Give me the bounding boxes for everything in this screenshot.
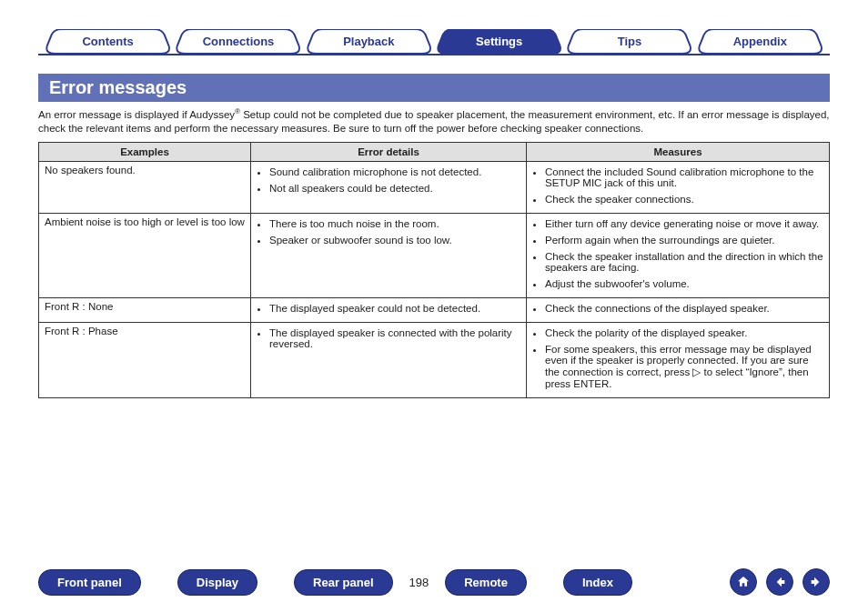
cell-measures: Check the connections of the displayed s… (527, 297, 830, 322)
tab-label: Appendix (697, 29, 823, 54)
list-item: The displayed speaker is connected with … (269, 327, 520, 349)
cell-details: Sound calibration microphone is not dete… (251, 161, 527, 213)
tab-playback[interactable]: Playback (306, 29, 432, 54)
list-item: Check the speaker connections. (545, 194, 823, 205)
th-examples: Examples (39, 142, 251, 161)
cell-example: Front R : Phase (39, 322, 251, 397)
table-row: Front R : NoneThe displayed speaker coul… (39, 297, 830, 322)
list-item: Perform again when the surroundings are … (545, 235, 823, 246)
list-item: The displayed speaker could not be detec… (269, 303, 520, 314)
next-page-icon[interactable] (802, 568, 830, 596)
tab-tips[interactable]: Tips (566, 29, 692, 54)
th-measures: Measures (527, 142, 830, 161)
cell-example: No speakers found. (39, 161, 251, 213)
tab-label: Tips (566, 29, 692, 54)
rear-panel-button[interactable]: Rear panel (294, 569, 392, 596)
top-tabs: ContentsConnectionsPlaybackSettingsTipsA… (38, 23, 830, 55)
cell-measures: Check the polarity of the displayed spea… (527, 322, 830, 397)
tab-label: Settings (436, 29, 562, 54)
tab-label: Contents (45, 29, 171, 54)
th-details: Error details (251, 142, 527, 161)
index-button[interactable]: Index (563, 569, 632, 596)
page-number: 198 (409, 576, 429, 589)
tab-settings[interactable]: Settings (436, 29, 562, 54)
cell-example: Ambient noise is too high or level is to… (39, 213, 251, 297)
tab-label: Playback (306, 29, 432, 54)
list-item: Connect the included Sound calibration m… (545, 166, 823, 188)
list-item: Adjust the subwoofer's volume. (545, 278, 823, 289)
cell-details: There is too much noise in the room.Spea… (251, 213, 527, 297)
list-item: Not all speakers could be detected. (269, 183, 520, 194)
cell-details: The displayed speaker is connected with … (251, 322, 527, 397)
list-item: Check the polarity of the displayed spea… (545, 327, 823, 338)
display-button[interactable]: Display (177, 569, 257, 596)
tab-appendix[interactable]: Appendix (697, 29, 823, 54)
section-heading: Error messages (38, 74, 830, 102)
home-icon[interactable] (730, 568, 757, 596)
error-table: Examples Error details Measures No speak… (38, 142, 830, 398)
front-panel-button[interactable]: Front panel (38, 569, 141, 596)
prev-page-icon[interactable] (766, 568, 793, 596)
list-item: Speaker or subwoofer sound is too low. (269, 235, 520, 246)
list-item: For some speakers, this error message ma… (545, 344, 823, 389)
list-item: Check the connections of the displayed s… (545, 303, 823, 314)
list-item: There is too much noise in the room. (269, 218, 520, 229)
list-item: Sound calibration microphone is not dete… (269, 166, 520, 177)
cell-example: Front R : None (39, 297, 251, 322)
cell-details: The displayed speaker could not be detec… (251, 297, 527, 322)
table-row: Ambient noise is too high or level is to… (39, 213, 830, 297)
cell-measures: Either turn off any device generating no… (527, 213, 830, 297)
intro-text: An error message is displayed if Audysse… (38, 107, 830, 136)
tab-label: Connections (175, 29, 301, 54)
tab-connections[interactable]: Connections (175, 29, 301, 54)
cell-measures: Connect the included Sound calibration m… (527, 161, 830, 213)
list-item: Check the speaker installation and the d… (545, 251, 823, 273)
table-row: No speakers found.Sound calibration micr… (39, 161, 830, 213)
intro-pre: An error message is displayed if Audysse… (38, 109, 235, 120)
table-row: Front R : PhaseThe displayed speaker is … (39, 322, 830, 397)
footer-bar: Front panel Display Rear panel 198 Remot… (38, 568, 830, 596)
remote-button[interactable]: Remote (445, 569, 527, 596)
list-item: Either turn off any device generating no… (545, 218, 823, 229)
tab-contents[interactable]: Contents (45, 29, 171, 54)
